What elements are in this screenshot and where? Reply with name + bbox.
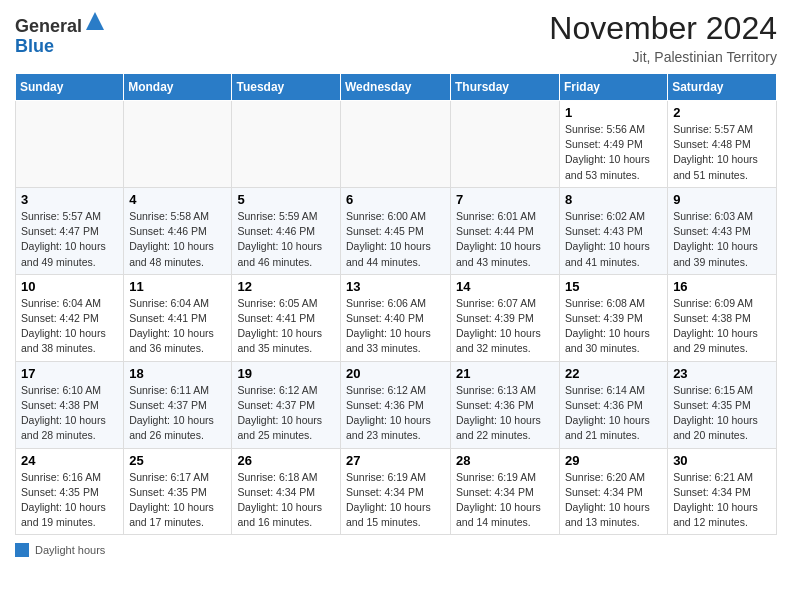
legend: Daylight hours	[15, 543, 777, 557]
calendar-cell	[16, 101, 124, 188]
svg-marker-0	[86, 12, 104, 30]
calendar-cell: 15Sunrise: 6:08 AM Sunset: 4:39 PM Dayli…	[560, 274, 668, 361]
day-info: Sunrise: 6:13 AM Sunset: 4:36 PM Dayligh…	[456, 383, 554, 444]
day-number: 1	[565, 105, 662, 120]
calendar-cell: 14Sunrise: 6:07 AM Sunset: 4:39 PM Dayli…	[451, 274, 560, 361]
calendar-cell: 21Sunrise: 6:13 AM Sunset: 4:36 PM Dayli…	[451, 361, 560, 448]
calendar-week-row: 1Sunrise: 5:56 AM Sunset: 4:49 PM Daylig…	[16, 101, 777, 188]
calendar-cell: 17Sunrise: 6:10 AM Sunset: 4:38 PM Dayli…	[16, 361, 124, 448]
day-number: 12	[237, 279, 335, 294]
day-number: 22	[565, 366, 662, 381]
day-info: Sunrise: 6:09 AM Sunset: 4:38 PM Dayligh…	[673, 296, 771, 357]
calendar-cell: 25Sunrise: 6:17 AM Sunset: 4:35 PM Dayli…	[124, 448, 232, 535]
day-number: 7	[456, 192, 554, 207]
calendar-cell: 29Sunrise: 6:20 AM Sunset: 4:34 PM Dayli…	[560, 448, 668, 535]
day-number: 25	[129, 453, 226, 468]
calendar-cell: 28Sunrise: 6:19 AM Sunset: 4:34 PM Dayli…	[451, 448, 560, 535]
day-info: Sunrise: 6:16 AM Sunset: 4:35 PM Dayligh…	[21, 470, 118, 531]
calendar-cell: 18Sunrise: 6:11 AM Sunset: 4:37 PM Dayli…	[124, 361, 232, 448]
day-info: Sunrise: 6:03 AM Sunset: 4:43 PM Dayligh…	[673, 209, 771, 270]
day-info: Sunrise: 6:07 AM Sunset: 4:39 PM Dayligh…	[456, 296, 554, 357]
day-number: 16	[673, 279, 771, 294]
day-info: Sunrise: 6:04 AM Sunset: 4:42 PM Dayligh…	[21, 296, 118, 357]
logo-general-text: General	[15, 16, 82, 36]
day-info: Sunrise: 6:10 AM Sunset: 4:38 PM Dayligh…	[21, 383, 118, 444]
calendar-cell: 23Sunrise: 6:15 AM Sunset: 4:35 PM Dayli…	[668, 361, 777, 448]
calendar-cell: 6Sunrise: 6:00 AM Sunset: 4:45 PM Daylig…	[341, 187, 451, 274]
calendar-cell: 10Sunrise: 6:04 AM Sunset: 4:42 PM Dayli…	[16, 274, 124, 361]
day-number: 29	[565, 453, 662, 468]
calendar-cell: 20Sunrise: 6:12 AM Sunset: 4:36 PM Dayli…	[341, 361, 451, 448]
day-info: Sunrise: 6:00 AM Sunset: 4:45 PM Dayligh…	[346, 209, 445, 270]
month-title: November 2024	[549, 10, 777, 47]
calendar-cell: 8Sunrise: 6:02 AM Sunset: 4:43 PM Daylig…	[560, 187, 668, 274]
day-info: Sunrise: 6:01 AM Sunset: 4:44 PM Dayligh…	[456, 209, 554, 270]
calendar-header-monday: Monday	[124, 74, 232, 101]
day-number: 17	[21, 366, 118, 381]
location-subtitle: Jit, Palestinian Territory	[549, 49, 777, 65]
calendar-cell	[451, 101, 560, 188]
day-number: 9	[673, 192, 771, 207]
day-info: Sunrise: 6:12 AM Sunset: 4:36 PM Dayligh…	[346, 383, 445, 444]
day-number: 24	[21, 453, 118, 468]
calendar-cell: 16Sunrise: 6:09 AM Sunset: 4:38 PM Dayli…	[668, 274, 777, 361]
day-info: Sunrise: 6:04 AM Sunset: 4:41 PM Dayligh…	[129, 296, 226, 357]
calendar-header-sunday: Sunday	[16, 74, 124, 101]
calendar-cell	[124, 101, 232, 188]
calendar-cell: 1Sunrise: 5:56 AM Sunset: 4:49 PM Daylig…	[560, 101, 668, 188]
calendar-table: SundayMondayTuesdayWednesdayThursdayFrid…	[15, 73, 777, 535]
page-header: General Blue November 2024 Jit, Palestin…	[15, 10, 777, 65]
calendar-cell: 19Sunrise: 6:12 AM Sunset: 4:37 PM Dayli…	[232, 361, 341, 448]
calendar-cell: 3Sunrise: 5:57 AM Sunset: 4:47 PM Daylig…	[16, 187, 124, 274]
day-number: 10	[21, 279, 118, 294]
calendar-cell: 22Sunrise: 6:14 AM Sunset: 4:36 PM Dayli…	[560, 361, 668, 448]
calendar-cell: 26Sunrise: 6:18 AM Sunset: 4:34 PM Dayli…	[232, 448, 341, 535]
calendar-week-row: 3Sunrise: 5:57 AM Sunset: 4:47 PM Daylig…	[16, 187, 777, 274]
calendar-cell: 2Sunrise: 5:57 AM Sunset: 4:48 PM Daylig…	[668, 101, 777, 188]
day-number: 20	[346, 366, 445, 381]
day-number: 28	[456, 453, 554, 468]
day-info: Sunrise: 6:02 AM Sunset: 4:43 PM Dayligh…	[565, 209, 662, 270]
day-info: Sunrise: 5:59 AM Sunset: 4:46 PM Dayligh…	[237, 209, 335, 270]
day-number: 13	[346, 279, 445, 294]
calendar-header-saturday: Saturday	[668, 74, 777, 101]
day-number: 19	[237, 366, 335, 381]
day-number: 23	[673, 366, 771, 381]
day-number: 30	[673, 453, 771, 468]
calendar-cell: 24Sunrise: 6:16 AM Sunset: 4:35 PM Dayli…	[16, 448, 124, 535]
calendar-week-row: 17Sunrise: 6:10 AM Sunset: 4:38 PM Dayli…	[16, 361, 777, 448]
calendar-cell: 5Sunrise: 5:59 AM Sunset: 4:46 PM Daylig…	[232, 187, 341, 274]
calendar-cell	[232, 101, 341, 188]
day-info: Sunrise: 6:15 AM Sunset: 4:35 PM Dayligh…	[673, 383, 771, 444]
day-number: 6	[346, 192, 445, 207]
day-number: 8	[565, 192, 662, 207]
calendar-header-thursday: Thursday	[451, 74, 560, 101]
day-number: 21	[456, 366, 554, 381]
day-info: Sunrise: 6:18 AM Sunset: 4:34 PM Dayligh…	[237, 470, 335, 531]
calendar-cell: 4Sunrise: 5:58 AM Sunset: 4:46 PM Daylig…	[124, 187, 232, 274]
calendar-cell: 12Sunrise: 6:05 AM Sunset: 4:41 PM Dayli…	[232, 274, 341, 361]
day-number: 27	[346, 453, 445, 468]
day-info: Sunrise: 6:05 AM Sunset: 4:41 PM Dayligh…	[237, 296, 335, 357]
legend-label: Daylight hours	[35, 544, 105, 556]
day-number: 14	[456, 279, 554, 294]
calendar-cell: 9Sunrise: 6:03 AM Sunset: 4:43 PM Daylig…	[668, 187, 777, 274]
day-info: Sunrise: 6:21 AM Sunset: 4:34 PM Dayligh…	[673, 470, 771, 531]
logo-icon	[84, 10, 106, 32]
day-number: 18	[129, 366, 226, 381]
day-number: 3	[21, 192, 118, 207]
day-info: Sunrise: 6:14 AM Sunset: 4:36 PM Dayligh…	[565, 383, 662, 444]
calendar-cell: 7Sunrise: 6:01 AM Sunset: 4:44 PM Daylig…	[451, 187, 560, 274]
day-info: Sunrise: 6:12 AM Sunset: 4:37 PM Dayligh…	[237, 383, 335, 444]
day-info: Sunrise: 6:19 AM Sunset: 4:34 PM Dayligh…	[346, 470, 445, 531]
day-info: Sunrise: 6:19 AM Sunset: 4:34 PM Dayligh…	[456, 470, 554, 531]
calendar-header-friday: Friday	[560, 74, 668, 101]
day-info: Sunrise: 6:20 AM Sunset: 4:34 PM Dayligh…	[565, 470, 662, 531]
day-info: Sunrise: 6:17 AM Sunset: 4:35 PM Dayligh…	[129, 470, 226, 531]
day-info: Sunrise: 5:58 AM Sunset: 4:46 PM Dayligh…	[129, 209, 226, 270]
calendar-week-row: 24Sunrise: 6:16 AM Sunset: 4:35 PM Dayli…	[16, 448, 777, 535]
calendar-cell: 30Sunrise: 6:21 AM Sunset: 4:34 PM Dayli…	[668, 448, 777, 535]
title-block: November 2024 Jit, Palestinian Territory	[549, 10, 777, 65]
calendar-cell: 11Sunrise: 6:04 AM Sunset: 4:41 PM Dayli…	[124, 274, 232, 361]
calendar-header-row: SundayMondayTuesdayWednesdayThursdayFrid…	[16, 74, 777, 101]
